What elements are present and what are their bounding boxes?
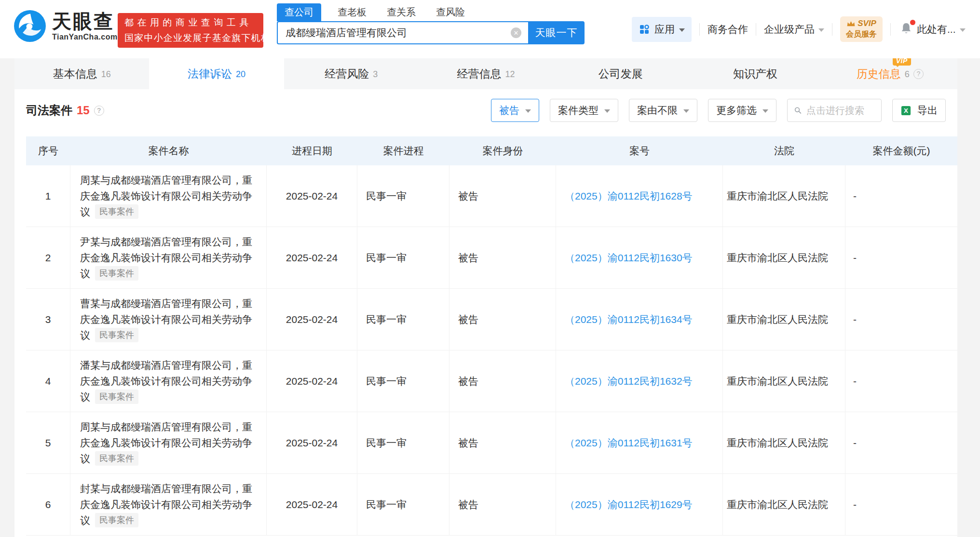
tab-intellectual-property[interactable]: 知识产权 bbox=[688, 58, 822, 89]
cell-index: 2 bbox=[26, 227, 70, 288]
search-area: 查公司 查老板 查关系 查风险 天眼一下 bbox=[277, 4, 585, 44]
cell-process: 民事一审 bbox=[357, 474, 449, 535]
search-button[interactable]: 天眼一下 bbox=[528, 21, 585, 44]
search-tab-risk[interactable]: 查风险 bbox=[432, 3, 469, 21]
more-filters-dropdown[interactable]: 更多筛选 bbox=[708, 99, 776, 122]
notifications-button[interactable] bbox=[899, 22, 913, 37]
case-number-link[interactable]: （2025）渝0112民初1632号 bbox=[565, 375, 693, 388]
cell-case-no: （2025）渝0112民初1634号 bbox=[556, 289, 723, 350]
case-number-link[interactable]: （2025）渝0112民初1629号 bbox=[565, 498, 693, 511]
cell-amount: - bbox=[845, 350, 957, 412]
tab-history-info[interactable]: 历史信息 VIP 6 bbox=[823, 58, 957, 89]
tab-company-development[interactable]: 公司发展 bbox=[553, 58, 688, 89]
crown-icon bbox=[846, 21, 856, 27]
col-process: 案件进程 bbox=[357, 136, 449, 165]
table-row: 4 潘某与成都缦瑞酒店管理有限公司，重庆金逸凡装饰设计有限公司相关劳动争议民事案… bbox=[26, 350, 957, 412]
cell-process: 民事一审 bbox=[357, 289, 449, 350]
cell-process: 民事一审 bbox=[357, 350, 449, 412]
search-tab-company[interactable]: 查公司 bbox=[277, 3, 321, 21]
cell-case-name: 潘某与成都缦瑞酒店管理有限公司，重庆金逸凡装饰设计有限公司相关劳动争议民事案件 bbox=[70, 350, 267, 412]
cell-date: 2025-02-24 bbox=[267, 350, 357, 412]
svip-member-button[interactable]: SVIP 会员服务 bbox=[840, 16, 883, 42]
svg-text:X: X bbox=[904, 107, 908, 114]
app-grid-icon bbox=[639, 24, 650, 35]
case-type-filter-dropdown[interactable]: 案件类型 bbox=[550, 99, 618, 122]
table-search-input[interactable] bbox=[806, 105, 875, 116]
tab-label: 公司发展 bbox=[599, 67, 643, 81]
apps-label: 应用 bbox=[654, 23, 675, 36]
cell-case-no: （2025）渝0112民初1630号 bbox=[556, 227, 723, 288]
account-menu[interactable]: 此处有... bbox=[917, 23, 966, 36]
question-icon[interactable] bbox=[913, 69, 924, 79]
col-amount: 案件金额(元) bbox=[845, 136, 957, 165]
table-header: 序号 案件名称 进程日期 案件进程 案件身份 案号 法院 案件金额(元) bbox=[26, 136, 957, 165]
account-label: 此处有... bbox=[917, 23, 956, 36]
cell-role: 被告 bbox=[449, 350, 556, 412]
col-case-no: 案号 bbox=[556, 136, 723, 165]
case-number-link[interactable]: （2025）渝0112民初1634号 bbox=[565, 313, 693, 326]
case-number-link[interactable]: （2025）渝0112民初1628号 bbox=[565, 189, 693, 203]
export-button[interactable]: X 导出 bbox=[892, 99, 946, 122]
nav-enterprise-products[interactable]: 企业级产品 bbox=[764, 23, 824, 36]
case-type-tag: 民事案件 bbox=[95, 266, 138, 281]
table-row: 1 周某与成都缦瑞酒店管理有限公司，重庆金逸凡装饰设计有限公司相关劳动争议民事案… bbox=[26, 165, 957, 227]
case-type-tag: 民事案件 bbox=[95, 513, 138, 527]
cell-case-name: 曹某与成都缦瑞酒店管理有限公司，重庆金逸凡装饰设计有限公司相关劳动争议民事案件 bbox=[70, 289, 267, 350]
tab-label: 经营风险 bbox=[325, 67, 369, 81]
tab-operational-risk[interactable]: 经营风险 3 bbox=[284, 58, 419, 89]
role-filter-dropdown[interactable]: 被告 bbox=[491, 99, 539, 122]
case-type-tag: 民事案件 bbox=[95, 328, 138, 342]
case-type-tag: 民事案件 bbox=[95, 389, 138, 404]
tab-basic-info[interactable]: 基本信息 16 bbox=[14, 58, 149, 89]
tab-business-info[interactable]: 经营信息 12 bbox=[419, 58, 553, 89]
cell-amount: - bbox=[845, 289, 957, 350]
divider bbox=[699, 23, 700, 36]
table-search-box[interactable] bbox=[787, 99, 882, 122]
tab-legal-litigation[interactable]: 法律诉讼 20 bbox=[149, 58, 284, 89]
cell-process: 民事一审 bbox=[357, 412, 449, 473]
case-number-link[interactable]: （2025）渝0112民初1630号 bbox=[565, 251, 693, 265]
cell-case-name: 周某与成都缦瑞酒店管理有限公司，重庆金逸凡装饰设计有限公司相关劳动争议民事案件 bbox=[70, 165, 267, 227]
tianyancha-logo[interactable]: 天眼查 TianYanCha.com bbox=[14, 10, 118, 42]
slogan-badge: 都在用的商业查询工具 国家中小企业发展子基金旗下机构 bbox=[118, 13, 263, 48]
divider bbox=[832, 23, 832, 36]
cell-amount: - bbox=[845, 227, 957, 288]
col-court: 法院 bbox=[723, 136, 845, 165]
brand-name: 天眼查 bbox=[52, 11, 118, 31]
cell-court: 重庆市渝北区人民法院 bbox=[723, 289, 845, 350]
cell-case-no: （2025）渝0112民初1629号 bbox=[556, 474, 723, 535]
cell-index: 1 bbox=[26, 165, 70, 227]
cell-court: 重庆市渝北区人民法院 bbox=[723, 227, 845, 288]
section-title-text: 司法案件 bbox=[26, 103, 72, 118]
cell-court: 重庆市渝北区人民法院 bbox=[723, 165, 845, 227]
cases-table: 序号 案件名称 进程日期 案件进程 案件身份 案号 法院 案件金额(元) 1 周… bbox=[26, 136, 957, 536]
cause-filter-dropdown[interactable]: 案由不限 bbox=[629, 99, 697, 122]
cell-amount: - bbox=[845, 412, 957, 473]
search-input[interactable] bbox=[277, 21, 528, 44]
export-label: 导出 bbox=[917, 104, 938, 117]
nav-business-cooperation[interactable]: 商务合作 bbox=[708, 23, 748, 36]
excel-icon: X bbox=[900, 105, 912, 116]
top-bar: 天眼查 TianYanCha.com 都在用的商业查询工具 国家中小企业发展子基… bbox=[0, 0, 980, 58]
case-number-link[interactable]: （2025）渝0112民初1631号 bbox=[565, 436, 693, 450]
search-tab-boss[interactable]: 查老板 bbox=[334, 3, 370, 21]
tab-count: 16 bbox=[101, 69, 111, 80]
cause-label: 案由不限 bbox=[637, 104, 678, 117]
clear-icon[interactable] bbox=[511, 27, 521, 38]
tab-count: 12 bbox=[505, 69, 515, 80]
cell-date: 2025-02-24 bbox=[267, 289, 357, 350]
apps-menu-button[interactable]: 应用 bbox=[632, 17, 692, 42]
enterprise-label: 企业级产品 bbox=[764, 23, 815, 36]
cell-amount: - bbox=[845, 474, 957, 535]
chevron-down-icon bbox=[604, 109, 610, 113]
tab-label: 法律诉讼 bbox=[188, 67, 232, 81]
chevron-down-icon bbox=[679, 28, 685, 32]
col-role: 案件身份 bbox=[449, 136, 556, 165]
cell-date: 2025-02-24 bbox=[267, 412, 357, 473]
question-icon[interactable] bbox=[94, 106, 104, 116]
search-tab-relation[interactable]: 查关系 bbox=[383, 3, 420, 21]
tab-label: 基本信息 bbox=[53, 67, 97, 81]
chevron-down-icon bbox=[960, 28, 966, 32]
tab-count: 3 bbox=[373, 69, 378, 80]
tab-label: 知识产权 bbox=[733, 67, 777, 81]
